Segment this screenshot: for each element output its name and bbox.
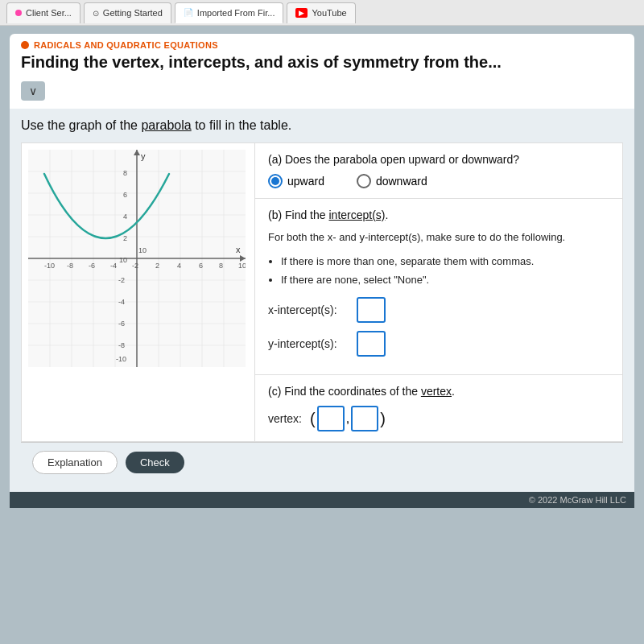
tab-getting-started[interactable]: ⊙ Getting Started [84, 2, 171, 23]
radio-downward[interactable]: downward [357, 174, 427, 188]
bullet-2: If there are none, select "None". [281, 270, 609, 289]
right-paren: ) [380, 410, 386, 428]
topic-dot-icon [21, 41, 29, 49]
svg-text:2: 2 [123, 234, 127, 242]
section-b-title: (b) Find the intercept(s). [268, 208, 609, 221]
svg-text:-8: -8 [67, 262, 73, 270]
svg-text:4: 4 [177, 262, 181, 270]
question-area: Use the graph of the parabola to fill in… [10, 109, 634, 492]
svg-text:6: 6 [199, 262, 203, 270]
svg-text:6: 6 [123, 191, 127, 199]
svg-text:-6: -6 [89, 262, 95, 270]
tab-yt-icon: ▶ [295, 8, 308, 18]
intercept-instructions: For both the x- and y-intercept(s), make… [268, 229, 609, 246]
check-button[interactable]: Check [126, 452, 184, 473]
radio-downward-circle[interactable] [357, 174, 371, 188]
tab-dot-icon [15, 10, 22, 16]
x-intercept-row: x-intercept(s): [268, 297, 609, 323]
vertex-comma: , [346, 411, 349, 426]
copyright-text: © 2022 McGraw Hill LLC [529, 495, 626, 505]
svg-text:8: 8 [219, 262, 223, 270]
svg-text:10: 10 [238, 262, 246, 270]
svg-text:-2: -2 [132, 262, 138, 270]
intercepts-link[interactable]: intercept(s) [328, 208, 385, 221]
svg-text:-6: -6 [118, 320, 125, 328]
content-row: x y 10 -10 -8 -6 -4 -2 2 4 6 8 10 8 [21, 142, 623, 442]
tab-client-label: Client Ser... [26, 8, 72, 18]
svg-text:-2: -2 [118, 276, 125, 284]
copyright-bar: © 2022 McGraw Hill LLC [10, 492, 634, 508]
main-content: RADICALS AND QUADRATIC EQUATIONS Finding… [0, 26, 644, 644]
svg-text:-4: -4 [110, 262, 117, 270]
left-paren: ( [310, 410, 316, 428]
vertex-label: vertex: [268, 412, 302, 425]
tab-imported-from[interactable]: 📄 Imported From Fir... [175, 2, 284, 23]
tab-doc-icon: 📄 [184, 8, 193, 17]
question-text: Use the graph of the parabola to fill in… [21, 118, 623, 133]
y-intercept-label: y-intercept(s): [268, 337, 349, 350]
y-intercept-row: y-intercept(s): [268, 331, 609, 357]
graph-section: x y 10 -10 -8 -6 -4 -2 2 4 6 8 10 8 [22, 143, 255, 441]
svg-text:10: 10 [119, 256, 127, 264]
x-intercept-input[interactable] [357, 297, 386, 323]
radio-upward[interactable]: upward [268, 174, 324, 188]
tab-youtube[interactable]: ▶ YouTube [287, 2, 355, 23]
svg-text:4: 4 [123, 213, 127, 221]
svg-text:-10: -10 [44, 262, 55, 270]
section-c-title: (c) Find the coordinates of the vertex. [268, 385, 609, 398]
svg-text:8: 8 [123, 169, 127, 177]
bullet-1: If there is more than one, separate them… [281, 252, 609, 270]
svg-text:-10: -10 [116, 355, 126, 363]
svg-text:x: x [236, 245, 241, 254]
tab-circle-icon: ⊙ [93, 9, 99, 18]
svg-text:10: 10 [138, 246, 147, 254]
svg-text:2: 2 [155, 262, 159, 270]
vertex-y-input[interactable] [351, 406, 378, 431]
tab-yt-label: YouTube [312, 8, 346, 18]
svg-text:-8: -8 [118, 341, 125, 349]
section-a-title: (a) Does the parabola open upward or dow… [268, 153, 609, 166]
radio-upward-label: upward [287, 175, 324, 188]
tab-getting-label: Getting Started [103, 8, 163, 18]
vertex-row: vertex: ( , ) [268, 406, 609, 431]
tab-imported-label: Imported From Fir... [197, 8, 275, 18]
vertex-x-input[interactable] [317, 406, 345, 431]
radio-group: upward downward [268, 174, 609, 188]
intercept-bullets: If there is more than one, separate them… [268, 252, 609, 290]
radio-upward-circle[interactable] [268, 174, 283, 188]
topic-label: RADICALS AND QUADRATIC EQUATIONS [21, 40, 623, 50]
section-b: (b) Find the intercept(s). For both the … [255, 199, 622, 375]
page-title: Finding the vertex, intercepts, and axis… [21, 53, 623, 72]
chevron-button[interactable]: ∨ [21, 81, 45, 101]
radio-downward-label: downward [376, 175, 427, 188]
right-panel: (a) Does the parabola open upward or dow… [255, 143, 622, 441]
x-intercept-label: x-intercept(s): [268, 303, 349, 316]
tab-client-ser[interactable]: Client Ser... [6, 2, 80, 23]
parabola-graph: x y 10 -10 -8 -6 -4 -2 2 4 6 8 10 8 [28, 150, 246, 367]
section-a: (a) Does the parabola open upward or dow… [255, 143, 622, 199]
header-section: RADICALS AND QUADRATIC EQUATIONS Finding… [10, 34, 634, 109]
section-c: (c) Find the coordinates of the vertex. … [255, 375, 622, 441]
tab-bar: Client Ser... ⊙ Getting Started 📄 Import… [0, 0, 644, 26]
svg-text:y: y [141, 151, 146, 161]
vertex-inputs: ( , ) [310, 406, 386, 431]
radio-upward-inner [271, 177, 279, 185]
svg-text:-4: -4 [118, 298, 125, 306]
explanation-button[interactable]: Explanation [32, 451, 118, 474]
vertex-link[interactable]: vertex [421, 385, 452, 398]
y-intercept-input[interactable] [357, 331, 386, 357]
topic-category: RADICALS AND QUADRATIC EQUATIONS [34, 40, 218, 50]
bottom-bar: Explanation Check [21, 442, 623, 482]
parabola-link[interactable]: parabola [141, 118, 191, 132]
